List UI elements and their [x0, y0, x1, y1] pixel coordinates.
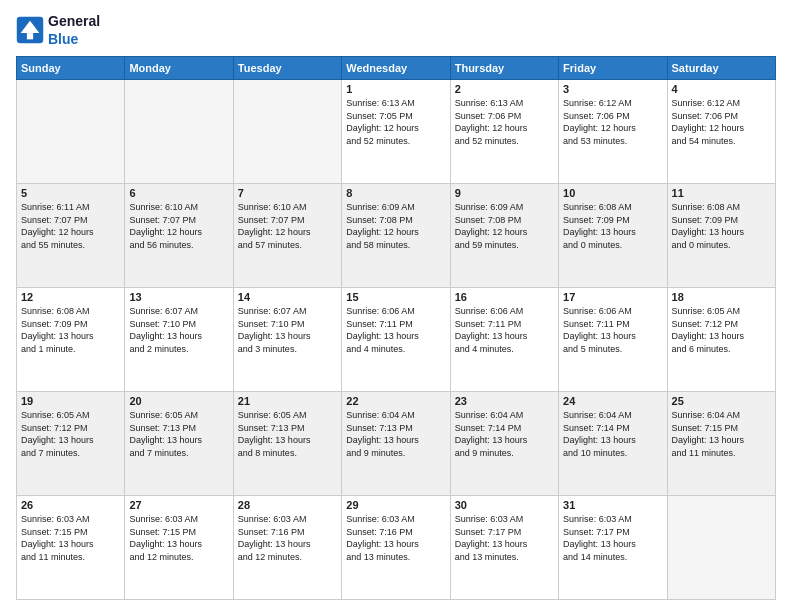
- calendar-cell: [667, 496, 775, 600]
- day-number: 12: [21, 291, 120, 303]
- day-info: Sunrise: 6:09 AM Sunset: 7:08 PM Dayligh…: [346, 201, 445, 251]
- day-number: 9: [455, 187, 554, 199]
- day-info: Sunrise: 6:05 AM Sunset: 7:13 PM Dayligh…: [129, 409, 228, 459]
- day-info: Sunrise: 6:12 AM Sunset: 7:06 PM Dayligh…: [672, 97, 771, 147]
- day-info: Sunrise: 6:03 AM Sunset: 7:17 PM Dayligh…: [455, 513, 554, 563]
- day-number: 31: [563, 499, 662, 511]
- day-info: Sunrise: 6:07 AM Sunset: 7:10 PM Dayligh…: [129, 305, 228, 355]
- day-number: 21: [238, 395, 337, 407]
- calendar-cell: [17, 80, 125, 184]
- day-number: 13: [129, 291, 228, 303]
- day-number: 14: [238, 291, 337, 303]
- day-info: Sunrise: 6:03 AM Sunset: 7:15 PM Dayligh…: [129, 513, 228, 563]
- calendar-cell: 28Sunrise: 6:03 AM Sunset: 7:16 PM Dayli…: [233, 496, 341, 600]
- day-number: 26: [21, 499, 120, 511]
- calendar-cell: 27Sunrise: 6:03 AM Sunset: 7:15 PM Dayli…: [125, 496, 233, 600]
- day-number: 28: [238, 499, 337, 511]
- col-header-saturday: Saturday: [667, 57, 775, 80]
- day-info: Sunrise: 6:04 AM Sunset: 7:14 PM Dayligh…: [455, 409, 554, 459]
- calendar-cell: 6Sunrise: 6:10 AM Sunset: 7:07 PM Daylig…: [125, 184, 233, 288]
- calendar-cell: 16Sunrise: 6:06 AM Sunset: 7:11 PM Dayli…: [450, 288, 558, 392]
- day-info: Sunrise: 6:03 AM Sunset: 7:16 PM Dayligh…: [238, 513, 337, 563]
- day-info: Sunrise: 6:03 AM Sunset: 7:17 PM Dayligh…: [563, 513, 662, 563]
- col-header-tuesday: Tuesday: [233, 57, 341, 80]
- calendar-cell: 17Sunrise: 6:06 AM Sunset: 7:11 PM Dayli…: [559, 288, 667, 392]
- day-number: 7: [238, 187, 337, 199]
- logo: General Blue: [16, 12, 100, 48]
- calendar-cell: 9Sunrise: 6:09 AM Sunset: 7:08 PM Daylig…: [450, 184, 558, 288]
- calendar-cell: 2Sunrise: 6:13 AM Sunset: 7:06 PM Daylig…: [450, 80, 558, 184]
- day-info: Sunrise: 6:06 AM Sunset: 7:11 PM Dayligh…: [455, 305, 554, 355]
- day-number: 24: [563, 395, 662, 407]
- day-info: Sunrise: 6:10 AM Sunset: 7:07 PM Dayligh…: [238, 201, 337, 251]
- logo-text: General Blue: [48, 12, 100, 48]
- calendar-cell: 19Sunrise: 6:05 AM Sunset: 7:12 PM Dayli…: [17, 392, 125, 496]
- calendar-cell: 23Sunrise: 6:04 AM Sunset: 7:14 PM Dayli…: [450, 392, 558, 496]
- day-info: Sunrise: 6:10 AM Sunset: 7:07 PM Dayligh…: [129, 201, 228, 251]
- day-number: 11: [672, 187, 771, 199]
- calendar-cell: 20Sunrise: 6:05 AM Sunset: 7:13 PM Dayli…: [125, 392, 233, 496]
- calendar-cell: 22Sunrise: 6:04 AM Sunset: 7:13 PM Dayli…: [342, 392, 450, 496]
- day-info: Sunrise: 6:08 AM Sunset: 7:09 PM Dayligh…: [21, 305, 120, 355]
- day-info: Sunrise: 6:13 AM Sunset: 7:05 PM Dayligh…: [346, 97, 445, 147]
- calendar-cell: 1Sunrise: 6:13 AM Sunset: 7:05 PM Daylig…: [342, 80, 450, 184]
- calendar-cell: [233, 80, 341, 184]
- day-number: 8: [346, 187, 445, 199]
- day-info: Sunrise: 6:09 AM Sunset: 7:08 PM Dayligh…: [455, 201, 554, 251]
- day-number: 1: [346, 83, 445, 95]
- day-info: Sunrise: 6:03 AM Sunset: 7:15 PM Dayligh…: [21, 513, 120, 563]
- calendar-cell: 18Sunrise: 6:05 AM Sunset: 7:12 PM Dayli…: [667, 288, 775, 392]
- day-number: 10: [563, 187, 662, 199]
- day-info: Sunrise: 6:04 AM Sunset: 7:14 PM Dayligh…: [563, 409, 662, 459]
- calendar-week-2: 5Sunrise: 6:11 AM Sunset: 7:07 PM Daylig…: [17, 184, 776, 288]
- day-info: Sunrise: 6:11 AM Sunset: 7:07 PM Dayligh…: [21, 201, 120, 251]
- day-info: Sunrise: 6:03 AM Sunset: 7:16 PM Dayligh…: [346, 513, 445, 563]
- day-info: Sunrise: 6:13 AM Sunset: 7:06 PM Dayligh…: [455, 97, 554, 147]
- col-header-wednesday: Wednesday: [342, 57, 450, 80]
- calendar-header-row: SundayMondayTuesdayWednesdayThursdayFrid…: [17, 57, 776, 80]
- calendar-cell: 4Sunrise: 6:12 AM Sunset: 7:06 PM Daylig…: [667, 80, 775, 184]
- day-number: 2: [455, 83, 554, 95]
- day-number: 23: [455, 395, 554, 407]
- day-info: Sunrise: 6:06 AM Sunset: 7:11 PM Dayligh…: [346, 305, 445, 355]
- calendar-week-5: 26Sunrise: 6:03 AM Sunset: 7:15 PM Dayli…: [17, 496, 776, 600]
- day-info: Sunrise: 6:04 AM Sunset: 7:15 PM Dayligh…: [672, 409, 771, 459]
- calendar-cell: 5Sunrise: 6:11 AM Sunset: 7:07 PM Daylig…: [17, 184, 125, 288]
- calendar-cell: 13Sunrise: 6:07 AM Sunset: 7:10 PM Dayli…: [125, 288, 233, 392]
- calendar-cell: 10Sunrise: 6:08 AM Sunset: 7:09 PM Dayli…: [559, 184, 667, 288]
- day-number: 20: [129, 395, 228, 407]
- calendar-cell: 12Sunrise: 6:08 AM Sunset: 7:09 PM Dayli…: [17, 288, 125, 392]
- day-info: Sunrise: 6:08 AM Sunset: 7:09 PM Dayligh…: [563, 201, 662, 251]
- calendar-week-4: 19Sunrise: 6:05 AM Sunset: 7:12 PM Dayli…: [17, 392, 776, 496]
- col-header-monday: Monday: [125, 57, 233, 80]
- page: General Blue SundayMondayTuesdayWednesda…: [0, 0, 792, 612]
- day-number: 4: [672, 83, 771, 95]
- day-number: 17: [563, 291, 662, 303]
- day-number: 30: [455, 499, 554, 511]
- day-number: 18: [672, 291, 771, 303]
- day-number: 29: [346, 499, 445, 511]
- day-info: Sunrise: 6:06 AM Sunset: 7:11 PM Dayligh…: [563, 305, 662, 355]
- calendar-cell: 31Sunrise: 6:03 AM Sunset: 7:17 PM Dayli…: [559, 496, 667, 600]
- day-info: Sunrise: 6:07 AM Sunset: 7:10 PM Dayligh…: [238, 305, 337, 355]
- day-number: 22: [346, 395, 445, 407]
- day-number: 5: [21, 187, 120, 199]
- calendar-week-3: 12Sunrise: 6:08 AM Sunset: 7:09 PM Dayli…: [17, 288, 776, 392]
- day-info: Sunrise: 6:12 AM Sunset: 7:06 PM Dayligh…: [563, 97, 662, 147]
- logo-icon: [16, 16, 44, 44]
- day-number: 27: [129, 499, 228, 511]
- day-info: Sunrise: 6:05 AM Sunset: 7:13 PM Dayligh…: [238, 409, 337, 459]
- day-info: Sunrise: 6:05 AM Sunset: 7:12 PM Dayligh…: [21, 409, 120, 459]
- col-header-thursday: Thursday: [450, 57, 558, 80]
- calendar-cell: 14Sunrise: 6:07 AM Sunset: 7:10 PM Dayli…: [233, 288, 341, 392]
- col-header-friday: Friday: [559, 57, 667, 80]
- col-header-sunday: Sunday: [17, 57, 125, 80]
- calendar-table: SundayMondayTuesdayWednesdayThursdayFrid…: [16, 56, 776, 600]
- day-number: 15: [346, 291, 445, 303]
- day-number: 19: [21, 395, 120, 407]
- calendar-week-1: 1Sunrise: 6:13 AM Sunset: 7:05 PM Daylig…: [17, 80, 776, 184]
- calendar-cell: 21Sunrise: 6:05 AM Sunset: 7:13 PM Dayli…: [233, 392, 341, 496]
- day-info: Sunrise: 6:05 AM Sunset: 7:12 PM Dayligh…: [672, 305, 771, 355]
- calendar-cell: 11Sunrise: 6:08 AM Sunset: 7:09 PM Dayli…: [667, 184, 775, 288]
- svg-rect-2: [27, 33, 33, 39]
